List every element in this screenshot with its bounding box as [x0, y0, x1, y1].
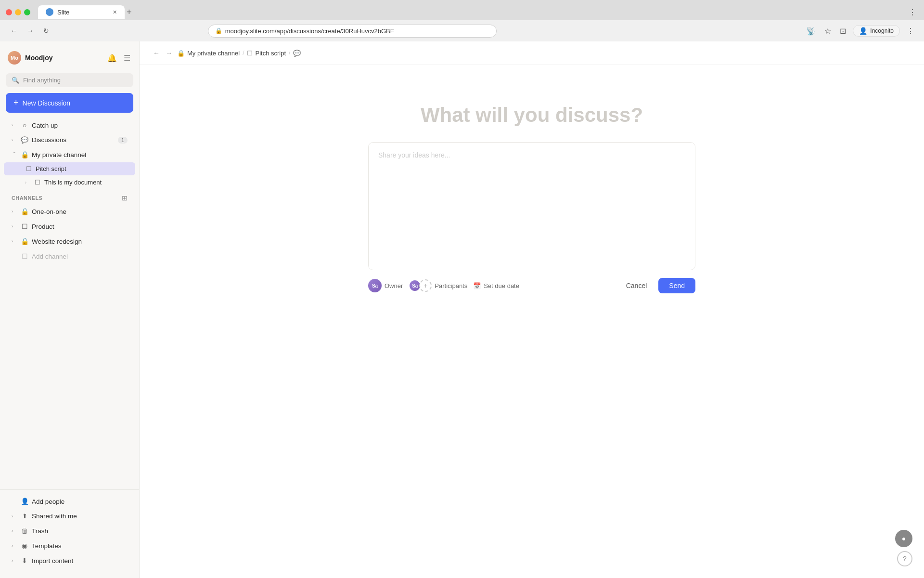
sidebar-item-shared-with-me[interactable]: › ⬆ Shared with me	[4, 509, 135, 523]
discussion-area: What will you discuss? Sa Owner	[140, 65, 924, 578]
tab-close-button[interactable]: ✕	[113, 9, 117, 15]
discussion-textarea-wrapper	[368, 142, 695, 270]
assist-circle-icon: ●	[902, 535, 906, 542]
chevron-icon: ›	[12, 239, 17, 244]
sidebar-subitem-pitch-script[interactable]: ☐ Pitch script	[4, 162, 135, 175]
breadcrumb-nav: ← →	[151, 48, 174, 58]
chevron-icon: ›	[12, 224, 17, 229]
sidebar-item-label: One-on-one	[32, 208, 128, 215]
incognito-badge: 👤 Incognito	[853, 25, 900, 37]
breadcrumb-item-discussion[interactable]: 💬	[293, 50, 301, 57]
sidebar-header-icons: 🔔 ☰	[106, 53, 131, 64]
breadcrumb-back-button[interactable]: ←	[151, 48, 162, 58]
notifications-button[interactable]: 🔔	[106, 53, 118, 64]
document-icon: ☐	[247, 50, 253, 57]
lock-icon: 🔒	[20, 237, 29, 245]
discussion-textarea[interactable]	[369, 143, 695, 268]
question-mark-icon: ?	[903, 555, 907, 563]
chevron-icon: ›	[12, 514, 17, 519]
sidebar-item-one-on-one[interactable]: › 🔒 One-on-one	[4, 204, 135, 219]
bookmark-icon[interactable]: ☆	[822, 25, 833, 38]
chevron-icon: ›	[12, 558, 17, 563]
sidebar-item-trash[interactable]: › 🗑 Trash	[4, 524, 135, 538]
url-display[interactable]: moodjoy.slite.com/app/discussions/create…	[225, 27, 395, 35]
chevron-icon: ›	[12, 123, 17, 128]
browser-tab[interactable]: Slite ✕	[38, 5, 125, 19]
sidebar-subitem-label: This is my document	[44, 179, 102, 186]
breadcrumb-channel-label: My private channel	[187, 50, 240, 57]
document-icon: ☐	[20, 252, 29, 260]
search-placeholder-text: Find anything	[23, 77, 61, 84]
discussions-badge: 1	[118, 137, 128, 144]
main-content: ← → 🔒 My private channel / ☐ Pitch scrip…	[140, 41, 924, 578]
owner-initials: Sa	[372, 283, 378, 289]
sidebar-subitem-label: Pitch script	[36, 165, 66, 172]
calendar-icon: 📅	[473, 282, 481, 289]
cast-icon[interactable]: 📡	[804, 25, 818, 38]
import-icon: ⬇	[20, 557, 29, 565]
sidebar-item-catchup[interactable]: › ○ Catch up	[4, 118, 135, 132]
breadcrumb-pitch-script-label: Pitch script	[255, 50, 286, 57]
split-view-icon[interactable]: ⊡	[838, 25, 848, 38]
participants-avatars: Sa +	[409, 279, 432, 292]
search-bar[interactable]: 🔍 Find anything	[6, 73, 133, 87]
participants-label: Participants	[435, 282, 467, 289]
incognito-label: Incognito	[870, 27, 894, 34]
incognito-avatar: 👤	[859, 27, 867, 35]
sidebar-item-templates[interactable]: › ◉ Templates	[4, 539, 135, 553]
send-button[interactable]: Send	[658, 278, 695, 293]
new-tab-button[interactable]: +	[127, 7, 132, 17]
bottom-right-assist: ● ?	[895, 530, 912, 566]
breadcrumb-item-pitch-script[interactable]: ☐ Pitch script	[247, 50, 286, 57]
due-date-section[interactable]: 📅 Set due date	[473, 282, 519, 289]
sidebar-item-label: Discussions	[32, 136, 115, 144]
cancel-button[interactable]: Cancel	[619, 278, 654, 293]
breadcrumb: ← → 🔒 My private channel / ☐ Pitch scrip…	[140, 41, 924, 65]
discussion-form: Sa Owner Sa + Participants	[368, 142, 695, 293]
sidebar-item-label: Add channel	[32, 253, 128, 260]
sidebar-item-discussions[interactable]: › 💬 Discussions 1	[4, 133, 135, 147]
sidebar-item-label: Catch up	[32, 122, 128, 129]
browser-menu-button[interactable]: ⋮	[907, 6, 918, 19]
form-actions: Cancel Send	[619, 278, 695, 293]
lock-icon: 🔒	[20, 208, 29, 215]
lock-icon: 🔒	[177, 50, 185, 57]
forward-button[interactable]: →	[24, 25, 37, 37]
owner-label: Owner	[385, 282, 403, 289]
maximize-window-control[interactable]	[24, 9, 30, 15]
assist-circle-button[interactable]: ●	[895, 530, 912, 547]
add-channel-button[interactable]: ⊞	[122, 194, 128, 202]
minimize-window-control[interactable]	[15, 9, 21, 15]
sidebar-item-product[interactable]: › ☐ Product	[4, 219, 135, 234]
sidebar-item-website-redesign[interactable]: › 🔒 Website redesign	[4, 234, 135, 249]
sidebar-item-label: Trash	[32, 527, 128, 535]
reload-button[interactable]: ↻	[40, 25, 52, 37]
add-people-icon: 👤	[20, 498, 29, 505]
sidebar-item-add-people[interactable]: › 👤 Add people	[4, 494, 135, 509]
discussion-actions: Sa Owner Sa + Participants	[368, 278, 695, 293]
new-discussion-button[interactable]: + New Discussion	[6, 93, 133, 113]
chevron-down-icon: ›	[12, 152, 17, 158]
sidebar-item-my-private-channel[interactable]: › 🔒 My private channel	[4, 147, 135, 162]
sidebar-bottom: › 👤 Add people › ⬆ Shared with me › 🗑 Tr…	[0, 489, 139, 572]
help-button[interactable]: ?	[897, 551, 912, 566]
sidebar-item-add-channel[interactable]: › ☐ Add channel	[4, 249, 135, 263]
sidebar-item-label: Product	[32, 223, 128, 230]
trash-icon: 🗑	[20, 527, 29, 535]
breadcrumb-item-my-private-channel[interactable]: 🔒 My private channel	[177, 50, 240, 57]
close-window-control[interactable]	[6, 9, 12, 15]
back-button[interactable]: ←	[8, 25, 20, 37]
discussion-icon: 💬	[293, 50, 301, 57]
tab-label: Slite	[57, 9, 69, 16]
browser-more-button[interactable]: ⋮	[905, 25, 916, 38]
add-participant-button[interactable]: +	[419, 279, 432, 292]
channels-section-header: Channels ⊞	[4, 189, 135, 204]
sidebar-item-import-content[interactable]: › ⬇ Import content	[4, 553, 135, 568]
breadcrumb-forward-button[interactable]: →	[164, 48, 174, 58]
new-discussion-label: New Discussion	[23, 99, 71, 107]
participant-initials: Sa	[412, 283, 418, 289]
sidebar-collapse-button[interactable]: ☰	[123, 53, 131, 64]
chevron-icon: ›	[12, 543, 17, 548]
sidebar-subitem-this-is-my-document[interactable]: › ☐ This is my document	[4, 176, 135, 189]
sidebar: Mo Moodjoy 🔔 ☰ 🔍 Find anything + New Dis…	[0, 41, 140, 578]
